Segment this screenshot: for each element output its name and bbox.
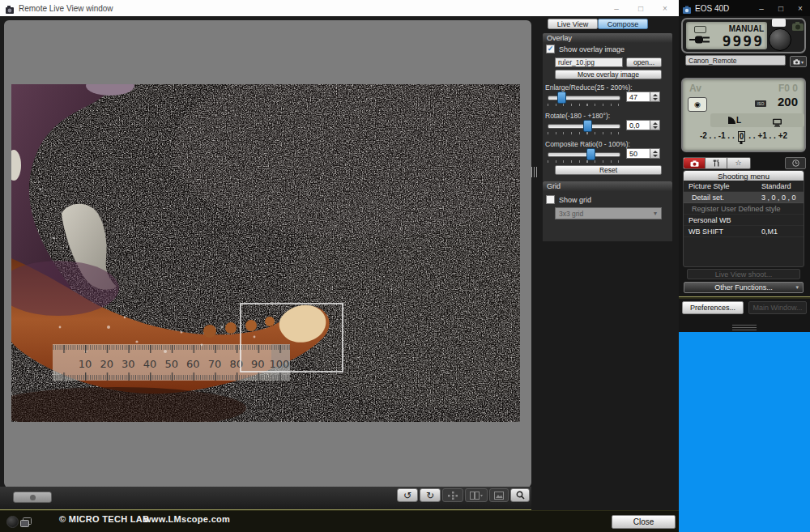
av-mode-label[interactable]: Av xyxy=(689,83,701,94)
quality-strip: L xyxy=(710,113,804,127)
rotate-slider-thumb[interactable] xyxy=(583,120,592,132)
menu-row-register-style[interactable]: Register User Defined style xyxy=(684,203,804,215)
rotate-value-input[interactable]: 0,0 xyxy=(626,120,650,130)
svg-text:100: 100 xyxy=(270,358,290,370)
enlarge-slider-thumb[interactable] xyxy=(557,92,566,104)
computer-icon xyxy=(772,118,782,127)
tab-shooting-menu[interactable] xyxy=(684,158,706,168)
camera-icon xyxy=(793,59,800,65)
image-quality-button[interactable]: L xyxy=(728,116,741,125)
minimize-icon[interactable]: – xyxy=(752,0,771,16)
tab-setup-menu[interactable] xyxy=(706,158,727,168)
enlarge-spinner[interactable] xyxy=(650,92,660,102)
camera-connect-icon xyxy=(791,20,805,35)
separator xyxy=(679,296,810,299)
live-view-shoot-button[interactable]: Live View shoot... xyxy=(687,269,800,279)
connection-name-field[interactable]: Canon_Remote xyxy=(685,55,786,66)
photos-icon xyxy=(20,517,32,531)
rotate-label: Rotate(-180 - +180°): xyxy=(545,112,610,120)
minimize-icon[interactable]: – xyxy=(604,0,629,16)
compare-view-button[interactable] xyxy=(465,488,488,502)
overlay-preview-button[interactable] xyxy=(489,488,509,502)
destination-computer-button[interactable] xyxy=(772,116,782,130)
composite-value-input[interactable]: 50 xyxy=(626,148,650,159)
iso-value[interactable]: 200 xyxy=(778,95,798,109)
open-button[interactable]: open... xyxy=(626,57,662,67)
rotate-right-button[interactable]: ↻ xyxy=(420,488,441,502)
composite-spinner[interactable] xyxy=(650,148,660,159)
menu-row-wb-shift[interactable]: WB SHIFT0,M1 xyxy=(684,226,804,237)
status-led-icon xyxy=(6,516,19,528)
flash-button[interactable] xyxy=(772,19,786,27)
shots-remaining: 9999 xyxy=(723,32,764,49)
quick-control-dial[interactable] xyxy=(769,28,791,51)
tab-compose[interactable]: Compose xyxy=(598,19,648,29)
spinner-down-icon[interactable] xyxy=(653,126,658,129)
live-view-area: 10 20 30 40 50 60 70 80 90 100 xyxy=(4,20,531,487)
spinner-down-icon[interactable] xyxy=(653,155,658,157)
close-icon[interactable]: × xyxy=(791,0,810,16)
ac-power-icon xyxy=(688,34,711,49)
composite-slider-track[interactable] xyxy=(548,152,620,157)
close-button[interactable]: Close xyxy=(612,515,676,529)
capture-button[interactable] xyxy=(13,492,52,503)
timer-shooting-button[interactable] xyxy=(785,157,806,169)
compose-panel: Live View Compose Overlay ✓ Show overlay… xyxy=(531,16,679,510)
exposure-indicator xyxy=(740,142,743,144)
record-dot-icon xyxy=(30,495,36,500)
overlay-filename-field[interactable]: ruler_10.jpg xyxy=(555,57,623,67)
rotate-right-icon: ↻ xyxy=(426,491,434,500)
rotate-left-button[interactable]: ↺ xyxy=(397,488,418,502)
spinner-up-icon[interactable] xyxy=(653,151,658,153)
menu-row-picture-style[interactable]: Picture StyleStandard xyxy=(684,181,804,192)
svg-text:10: 10 xyxy=(79,358,92,370)
camera-select-button[interactable]: ▾ xyxy=(790,56,807,67)
metering-icon: ◉ xyxy=(694,100,701,109)
tab-live-view[interactable]: Live View xyxy=(548,19,598,29)
maximize-icon[interactable]: □ xyxy=(771,0,791,16)
footer-url[interactable]: www.LMscope.com xyxy=(144,514,230,524)
main-window-button[interactable]: Main Window... xyxy=(748,301,807,314)
exposure-scale-right: . . +1 . . +2 xyxy=(748,131,787,142)
resize-grip[interactable] xyxy=(732,325,757,330)
maximize-icon[interactable]: □ xyxy=(629,0,653,16)
move-overlay-button[interactable]: Move overlay image xyxy=(555,70,662,79)
preferences-button[interactable]: Preferences... xyxy=(682,301,744,314)
magnifier-icon xyxy=(516,491,525,500)
grid-section-header: Grid xyxy=(543,181,672,191)
show-grid-checkbox-row: Show grid xyxy=(546,195,591,204)
menu-row-detail-set[interactable]: Detail set.3 , 0 , 0 , 0 xyxy=(684,192,804,203)
grid-type-dropdown[interactable]: 3x3 grid ▾ xyxy=(555,207,662,219)
menu-tab-bar: ☆ xyxy=(683,157,751,169)
eos-app-icon xyxy=(682,3,692,13)
spinner-up-icon[interactable] xyxy=(653,122,658,125)
show-overlay-checkbox[interactable]: ✓ xyxy=(546,45,555,53)
show-grid-checkbox[interactable] xyxy=(546,195,555,204)
spinner-up-icon[interactable] xyxy=(653,94,658,96)
chevron-down-icon: ▾ xyxy=(801,59,804,65)
exposure-compensation-scale[interactable]: -2 . . -1 . . 0 . . +1 . . +2 xyxy=(683,131,804,142)
panel-splitter-handle[interactable] xyxy=(531,167,537,177)
overlay-section-header: Overlay xyxy=(543,33,672,43)
zoom-button[interactable] xyxy=(510,488,530,502)
focus-points-button[interactable] xyxy=(442,488,463,502)
reset-button[interactable]: Reset xyxy=(555,165,662,175)
live-view-photo: 10 20 30 40 50 60 70 80 90 100 xyxy=(11,84,520,422)
eos-window-title: EOS 40D xyxy=(695,4,729,13)
enlarge-value-input[interactable]: 47 xyxy=(626,92,650,102)
aperture-value[interactable]: F0 0 xyxy=(778,83,798,94)
ruler-overlay-image[interactable]: 10 20 30 40 50 60 70 80 90 100 xyxy=(53,344,290,381)
battery-icon xyxy=(694,26,706,33)
camera-icon xyxy=(690,160,699,167)
menu-row-personal-wb[interactable]: Personal WB xyxy=(684,215,804,226)
spinner-down-icon[interactable] xyxy=(653,98,658,100)
remote-live-view-window: Remote Live View window – □ × xyxy=(0,0,679,532)
metering-mode-button[interactable]: ◉ xyxy=(688,97,707,112)
composite-slider-thumb[interactable] xyxy=(586,148,595,160)
other-functions-button[interactable]: Other Functions... ▾ xyxy=(684,282,804,293)
tab-my-menu[interactable]: ☆ xyxy=(727,158,749,168)
close-icon[interactable]: × xyxy=(653,0,677,16)
rotate-spinner[interactable] xyxy=(650,120,660,130)
star-icon: ☆ xyxy=(735,160,741,167)
show-overlay-checkbox-row: ✓ Show overlay image xyxy=(546,45,625,53)
